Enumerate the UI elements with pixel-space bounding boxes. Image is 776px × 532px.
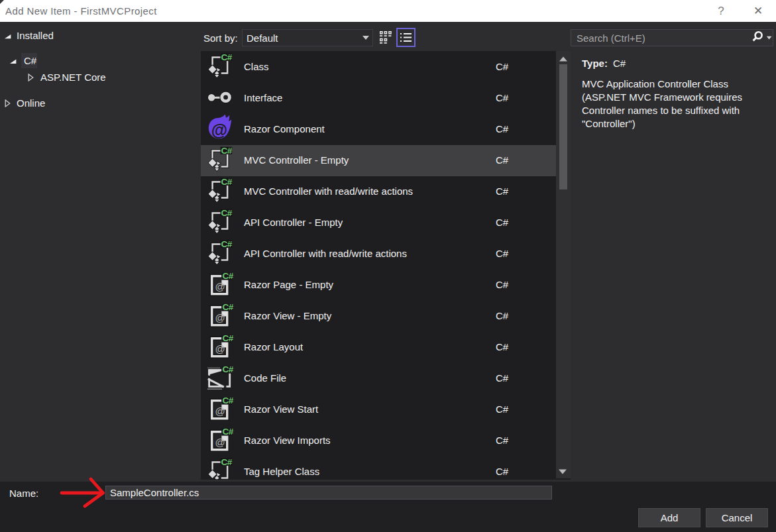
svg-text:@: @ <box>215 312 225 323</box>
svg-text:C#: C# <box>222 364 233 374</box>
svg-text:@: @ <box>215 343 225 354</box>
svg-text:C#: C# <box>221 177 233 187</box>
svg-text:@: @ <box>215 405 225 417</box>
svg-text:C#: C# <box>221 146 233 156</box>
svg-text:@: @ <box>215 437 225 448</box>
svg-text:@: @ <box>211 121 227 139</box>
svg-text:C#: C# <box>221 239 233 249</box>
svg-text:C#: C# <box>221 457 233 467</box>
svg-text:C#: C# <box>221 208 233 218</box>
svg-text:C#: C# <box>222 396 233 405</box>
svg-text:@: @ <box>215 281 225 292</box>
svg-text:C#: C# <box>221 52 233 62</box>
svg-text:C#: C# <box>222 271 233 281</box>
svg-text:C#: C# <box>222 302 233 312</box>
svg-text:C#: C# <box>222 427 233 437</box>
svg-text:C#: C# <box>222 333 233 343</box>
